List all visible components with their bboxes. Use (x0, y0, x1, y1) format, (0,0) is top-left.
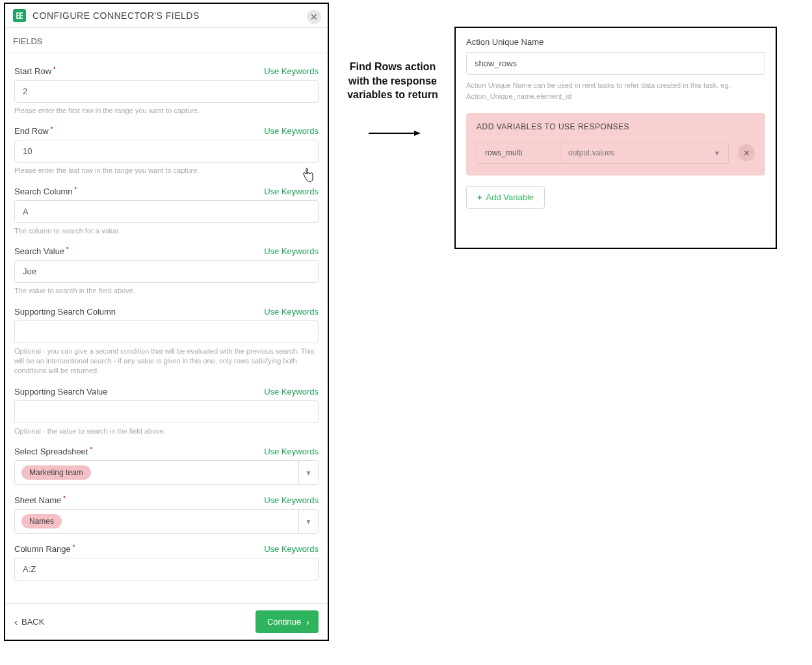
sheet-name-pill: Names (21, 514, 62, 528)
continue-button[interactable]: Continue › (255, 610, 319, 633)
label-action-unique-name: Action Unique Name (466, 37, 765, 47)
field-support-value: Supporting Search Value Use Keywords Opt… (14, 387, 319, 436)
label-search-value: Search Value (14, 246, 67, 256)
use-keywords-sheet-name[interactable]: Use Keywords (264, 495, 319, 505)
label-column-range: Column Range (14, 544, 73, 554)
arrow-icon (369, 129, 421, 135)
close-icon: ✕ (743, 148, 750, 158)
hint-search-value: The value to search in the field above. (14, 286, 319, 296)
continue-label: Continue (267, 617, 301, 627)
annotation-text: Find Rows action with the response varia… (341, 60, 445, 102)
use-keywords-search-column[interactable]: Use Keywords (264, 187, 319, 196)
select-spreadsheet[interactable]: Marketing team ▼ (14, 460, 319, 485)
variables-title: ADD VARIABLES TO USE RESPONSES (477, 122, 755, 131)
input-action-unique-name[interactable] (466, 52, 765, 75)
input-column-range[interactable] (14, 558, 319, 580)
remove-variable-button[interactable]: ✕ (738, 144, 755, 161)
variables-section: ADD VARIABLES TO USE RESPONSES rows_mult… (466, 113, 765, 176)
chevron-right-icon: › (306, 616, 309, 627)
field-start-row: Start Row Use Keywords Please enter the … (14, 66, 319, 116)
input-search-column[interactable] (14, 200, 319, 223)
label-support-column: Supporting Search Column (14, 307, 116, 317)
close-button[interactable]: ✕ (307, 10, 321, 24)
input-search-value[interactable] (14, 260, 319, 283)
chevron-down-icon[interactable]: ▼ (298, 461, 318, 484)
use-keywords-spreadsheet[interactable]: Use Keywords (264, 447, 319, 456)
variable-select[interactable]: output.values ▼ (560, 142, 729, 164)
input-support-column[interactable] (14, 320, 319, 343)
hint-search-column: The column to search for a value. (14, 226, 319, 236)
use-keywords-search-value[interactable]: Use Keywords (264, 246, 319, 256)
panel-footer: ‹ BACK Continue › (5, 603, 328, 640)
hint-action-unique-name: Action Unique Name can be used in next t… (466, 80, 765, 101)
back-button[interactable]: ‹ BACK (14, 616, 44, 627)
add-variable-label: Add Variable (486, 192, 534, 202)
label-support-value: Supporting Search Value (14, 387, 108, 397)
chevron-left-icon: ‹ (14, 616, 18, 627)
panel-title: CONFIGURE CONNECTOR'S FIELDS (33, 10, 200, 21)
use-keywords-start-row[interactable]: Use Keywords (264, 66, 319, 76)
use-keywords-end-row[interactable]: Use Keywords (264, 126, 319, 136)
hint-end-row: Please enter the last row in the range y… (14, 166, 319, 176)
field-sheet-name: Sheet Name Use Keywords Names ▼ (14, 495, 319, 534)
panel-body: Start Row Use Keywords Please enter the … (5, 53, 328, 603)
hint-support-column: Optional - you can give a second conditi… (14, 346, 319, 376)
variable-name-input[interactable]: rows_multi (477, 142, 560, 164)
section-fields-label: FIELDS (5, 28, 328, 53)
panel-header: CONFIGURE CONNECTOR'S FIELDS ✕ (5, 4, 328, 28)
input-start-row[interactable] (14, 80, 319, 103)
hint-support-value: Optional - the value to search in the fi… (14, 426, 319, 436)
back-label: BACK (21, 617, 44, 627)
field-end-row: End Row Use Keywords Please enter the la… (14, 126, 319, 176)
use-keywords-column-range[interactable]: Use Keywords (264, 544, 319, 554)
label-sheet-name: Sheet Name (14, 495, 64, 505)
sheets-icon (13, 9, 26, 22)
action-unique-name-panel: Action Unique Name Action Unique Name ca… (454, 27, 777, 249)
label-search-column: Search Column (14, 187, 75, 196)
chevron-down-icon: ▼ (714, 150, 720, 157)
plus-icon: + (477, 192, 482, 202)
close-icon: ✕ (310, 12, 318, 22)
field-spreadsheet: Select Spreadsheet Use Keywords Marketin… (14, 447, 319, 485)
spreadsheet-pill: Marketing team (21, 465, 91, 480)
configure-connector-panel: CONFIGURE CONNECTOR'S FIELDS ✕ FIELDS St… (4, 3, 329, 641)
field-support-column: Supporting Search Column Use Keywords Op… (14, 307, 319, 376)
chevron-down-icon[interactable]: ▼ (298, 510, 318, 533)
input-support-value[interactable] (14, 400, 319, 423)
field-column-range: Column Range Use Keywords (14, 544, 319, 580)
variable-select-value: output.values (568, 148, 614, 157)
hint-start-row: Please enter the first row in the range … (14, 106, 319, 116)
select-sheet-name[interactable]: Names ▼ (14, 509, 319, 534)
label-start-row: Start Row (14, 66, 54, 76)
label-spreadsheet: Select Spreadsheet (14, 447, 90, 456)
input-end-row[interactable] (14, 140, 319, 163)
field-search-column: Search Column Use Keywords The column to… (14, 187, 319, 236)
label-end-row: End Row (14, 126, 51, 136)
variable-row: rows_multi output.values ▼ ✕ (477, 142, 755, 164)
add-variable-button[interactable]: + Add Variable (466, 186, 545, 209)
svg-marker-1 (414, 131, 421, 136)
use-keywords-support-column[interactable]: Use Keywords (264, 307, 319, 317)
field-search-value: Search Value Use Keywords The value to s… (14, 246, 319, 296)
use-keywords-support-value[interactable]: Use Keywords (264, 387, 319, 397)
